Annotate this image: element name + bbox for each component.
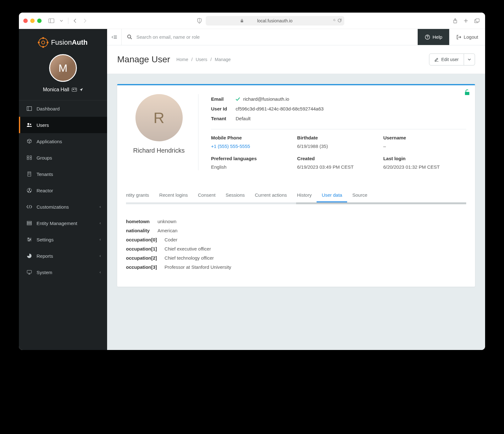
translate-icon[interactable]: ᴳ	[333, 18, 335, 23]
user-data-row: hometownunknown	[126, 217, 466, 226]
mobile-phone-label: Mobile Phone	[211, 135, 294, 140]
svg-rect-16	[30, 156, 32, 157]
tab-consent[interactable]: Consent	[193, 189, 220, 202]
maximize-window-button[interactable]	[37, 19, 42, 23]
sidebar-item-label: System	[37, 270, 52, 275]
sidebar-item-dashboard[interactable]: Dashboard	[19, 100, 107, 117]
close-window-button[interactable]	[23, 19, 28, 23]
privacy-shield-icon[interactable]	[196, 16, 203, 25]
sidebar-item-applications[interactable]: Applications	[19, 133, 107, 149]
browser-window: local.fusionauth.io ᴳ	[19, 13, 485, 350]
database-icon	[26, 221, 32, 225]
breadcrumb-home[interactable]: Home	[176, 57, 188, 62]
created-value: 6/19/2023 03:49 PM CEST	[297, 164, 380, 170]
svg-point-32	[30, 239, 31, 240]
tab-sessions[interactable]: Sessions	[220, 189, 250, 202]
topbar: Help Logout	[107, 29, 485, 45]
sidebar: FusionAuth M Monica Hall Dashboard Users	[19, 29, 107, 350]
chevron-left-icon: ‹	[100, 254, 101, 258]
user-data-row: occupation[2]Chief technology officer	[126, 253, 466, 262]
edit-user-button[interactable]: Edit user	[429, 54, 464, 65]
svg-line-42	[130, 38, 132, 39]
share-icon[interactable]	[452, 17, 459, 25]
sidebar-item-label: Applications	[37, 139, 62, 144]
tenant-label: Tenant	[211, 116, 236, 121]
unlock-icon[interactable]	[464, 89, 470, 95]
svg-point-8	[73, 89, 74, 90]
page-header: Manage User Home/ Users/ Manage Edit use…	[107, 45, 485, 74]
sidebar-item-customizations[interactable]: Customizations ‹	[19, 199, 107, 215]
sidebar-item-label: Tenants	[37, 172, 53, 177]
svg-rect-17	[27, 158, 29, 160]
edit-icon	[434, 57, 439, 62]
id-card-icon[interactable]	[72, 88, 77, 92]
action-dropdown-button[interactable]	[464, 54, 475, 65]
address-bar[interactable]: local.fusionauth.io ᴳ	[206, 16, 344, 25]
breadcrumb: Home/ Users/ Manage	[176, 57, 231, 62]
tab-recent-logins[interactable]: Recent logins	[154, 189, 193, 202]
sidebar-item-settings[interactable]: Settings ‹	[19, 231, 107, 248]
dropdown-icon[interactable]	[59, 19, 64, 23]
minimize-window-button[interactable]	[30, 19, 35, 23]
tab-user-data[interactable]: User data	[317, 189, 347, 202]
sidebar-item-reports[interactable]: Reports ‹	[19, 248, 107, 264]
mobile-phone-value[interactable]: +1 (555) 555-5555	[211, 143, 294, 149]
help-button[interactable]: Help	[418, 29, 449, 45]
tabs-overview-icon[interactable]	[473, 17, 481, 24]
check-icon	[236, 97, 240, 101]
tab-list: ntity grants Recent logins Consent Sessi…	[126, 189, 466, 203]
help-icon	[425, 35, 430, 40]
user-id-value: cf596c3d-d961-424c-803d-68c592744a63	[236, 106, 324, 111]
search-bar	[122, 34, 418, 40]
sidebar-item-label: Settings	[37, 237, 54, 242]
location-arrow-icon[interactable]	[79, 88, 83, 92]
reload-icon[interactable]	[337, 18, 342, 23]
logout-button[interactable]: Logout	[449, 29, 485, 45]
sidebar-item-groups[interactable]: Groups	[19, 149, 107, 166]
chart-pie-icon	[26, 253, 32, 258]
tab-history[interactable]: History	[292, 189, 317, 202]
tab-entity-grants[interactable]: ntity grants	[126, 189, 154, 202]
sidebar-item-system[interactable]: System ‹	[19, 264, 107, 280]
logo-text-1: Fusion	[51, 38, 72, 46]
svg-rect-3	[241, 20, 243, 22]
groups-icon	[26, 155, 32, 160]
avatar[interactable]: M	[49, 54, 77, 82]
user-display-name: Richard Hendricks	[133, 147, 185, 154]
new-tab-icon[interactable]	[462, 17, 469, 24]
username-value: –	[383, 143, 466, 149]
svg-rect-26	[27, 221, 32, 222]
sidebar-item-label: Reactor	[37, 188, 53, 193]
svg-rect-10	[75, 90, 76, 90]
sidebar-toggle-icon[interactable]	[47, 17, 55, 24]
svg-rect-27	[27, 223, 32, 224]
sidebar-item-label: Dashboard	[37, 106, 60, 111]
search-icon	[127, 35, 132, 39]
search-input[interactable]	[136, 34, 412, 40]
svg-rect-15	[27, 156, 29, 157]
user-id-label: User Id	[211, 106, 236, 111]
tenant-value: Default	[236, 116, 251, 121]
sidebar-item-label: Entity Management	[37, 221, 77, 226]
sidebar-item-entity-management[interactable]: Entity Management ‹	[19, 215, 107, 231]
svg-point-41	[128, 35, 131, 38]
app-logo: FusionAuth	[19, 29, 107, 52]
tab-scrollbar[interactable]	[126, 202, 466, 204]
preferred-languages-label: Preferred languages	[211, 156, 294, 161]
birthdate-label: Birthdate	[297, 135, 380, 140]
cube-icon	[26, 139, 32, 144]
email-label: Email	[211, 96, 236, 102]
sidebar-item-users[interactable]: Users	[19, 117, 107, 133]
breadcrumb-users[interactable]: Users	[196, 57, 207, 62]
tab-current-actions[interactable]: Current actions	[250, 189, 292, 202]
tab-source[interactable]: Source	[347, 189, 372, 202]
lock-icon	[240, 19, 243, 23]
sidebar-item-reactor[interactable]: Reactor	[19, 182, 107, 199]
sidebar-item-tenants[interactable]: Tenants	[19, 166, 107, 182]
logo-text-2: Auth	[72, 38, 88, 46]
logo-icon	[38, 38, 48, 47]
collapse-sidebar-button[interactable]	[107, 29, 122, 45]
forward-button[interactable]	[82, 17, 88, 24]
main: Help Logout Manage User Home/ Users/ Man…	[107, 29, 485, 350]
back-button[interactable]	[72, 17, 78, 24]
